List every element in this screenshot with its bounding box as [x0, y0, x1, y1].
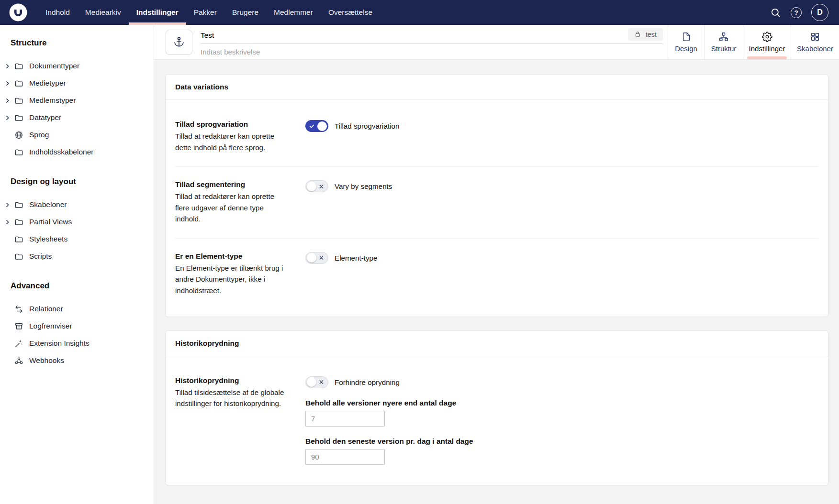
sidebar-item-label: Relationer — [29, 305, 63, 313]
folder-icon — [14, 148, 24, 157]
archive-icon — [14, 322, 24, 331]
toggle-label: Element-type — [335, 254, 377, 262]
name-input[interactable] — [201, 30, 628, 41]
tab-struktur[interactable]: Struktur — [704, 25, 743, 59]
blocks-icon — [810, 32, 820, 42]
lock-icon — [634, 31, 641, 38]
sidebar-item-label: Medietyper — [29, 79, 66, 88]
nav-item-indhold[interactable]: Indhold — [38, 0, 78, 25]
sidebar-item-label: Stylesheets — [29, 235, 67, 243]
sidebar-item-label: Dokumenttyper — [29, 62, 79, 70]
check-icon — [309, 123, 314, 129]
property-row-sprogvariation: Tillad sprogvariation Tillad at redaktør… — [175, 107, 818, 166]
toggle-knob — [307, 182, 316, 191]
chevron-right-icon[interactable] — [4, 63, 11, 69]
property-description: Tillad at redaktører kan oprette dette i… — [175, 131, 286, 153]
document-icon — [681, 32, 692, 42]
sidebar-item-label: Datatyper — [29, 113, 61, 122]
toggle-knob — [307, 377, 316, 387]
chevron-right-icon[interactable] — [4, 80, 11, 87]
nav-item-indstillinger[interactable]: Indstillinger — [129, 0, 186, 25]
anchor-icon — [173, 36, 185, 48]
nav-sections: Indhold Mediearkiv Indstillinger Pakker … — [38, 0, 380, 25]
property-description: En Element-type er tiltænkt brug i andre… — [175, 263, 286, 296]
sidebar-item-medlemstyper[interactable]: Medlemstyper — [0, 92, 154, 109]
toggle-forhindre-oprydning[interactable] — [305, 376, 328, 388]
wand-icon — [14, 339, 24, 348]
card-data-variations: Data variations Tillad sprogvariation Ti… — [165, 74, 828, 317]
document-type-icon-button[interactable] — [166, 30, 192, 55]
sidebar-item-partial-views[interactable]: Partial Views — [0, 213, 154, 230]
search-icon[interactable] — [770, 7, 781, 18]
sidebar-item-extension-insights[interactable]: Extension Insights — [0, 335, 154, 352]
property-row-historikoprydning: Historikoprydning Tillad tilsidesættelse… — [175, 363, 818, 478]
chevron-right-icon[interactable] — [4, 219, 11, 225]
card-title: Historikoprydning — [166, 331, 828, 356]
property-row-segmentering: Tillad segmentering Tillad at redaktører… — [175, 166, 818, 238]
sidebar-item-datatyper[interactable]: Datatyper — [0, 109, 154, 126]
folder-icon — [14, 218, 24, 227]
sidebar-item-indholdsskabeloner[interactable]: Indholdsskabeloner — [0, 143, 154, 161]
folder-icon — [14, 235, 24, 244]
sidebar-item-stylesheets[interactable]: Stylesheets — [0, 230, 154, 248]
nav-item-mediearkiv[interactable]: Mediearkiv — [78, 0, 129, 25]
folder-icon — [14, 252, 24, 261]
sidebar-item-label: Indholdsskabeloner — [29, 148, 93, 156]
nav-right-actions: ? D — [770, 4, 839, 21]
tab-indstillinger[interactable]: Indstillinger — [743, 25, 791, 59]
settings-tree-sidebar: Structure Dokumenttyper Medietyper Medle… — [0, 25, 154, 504]
sidebar-item-label: Medlemstyper — [29, 96, 76, 105]
field-keep-all-versions: Behold alle versioner nyere end antal da… — [305, 399, 818, 427]
property-label: Tillad sprogvariation — [175, 120, 286, 129]
workspace-tabs: Design Struktur — [668, 25, 839, 59]
toggle-sprogvariation[interactable] — [305, 120, 328, 132]
chevron-right-icon[interactable] — [4, 98, 11, 104]
toggle-element-type[interactable] — [305, 252, 328, 264]
umbraco-logo-icon[interactable] — [9, 3, 27, 22]
folder-icon — [14, 200, 24, 209]
sidebar-item-dokumenttyper[interactable]: Dokumenttyper — [0, 57, 154, 75]
sidebar-item-label: Scripts — [29, 252, 52, 261]
chevron-right-icon[interactable] — [4, 202, 11, 208]
sidebar-item-label: Webhooks — [29, 356, 64, 365]
keep-versions-days-input[interactable] — [305, 411, 385, 427]
alias-badge[interactable]: test — [628, 28, 663, 41]
folder-icon — [14, 79, 24, 88]
sidebar-item-scripts[interactable]: Scripts — [0, 248, 154, 265]
folder-icon — [14, 96, 24, 105]
sidebar-item-label: Skabeloner — [29, 200, 67, 209]
nav-item-oversaettelse[interactable]: Oversættelse — [321, 0, 380, 25]
toggle-knob — [307, 253, 316, 263]
keep-latest-version-days-input[interactable] — [305, 449, 385, 465]
chevron-right-icon[interactable] — [4, 115, 11, 121]
tab-skabeloner[interactable]: Skabeloner — [791, 25, 839, 59]
folder-icon — [14, 62, 24, 71]
sidebar-item-webhooks[interactable]: Webhooks — [0, 352, 154, 369]
property-label: Historikoprydning — [175, 376, 286, 385]
tab-label: Skabeloner — [797, 44, 833, 53]
tab-label: Design — [675, 44, 697, 53]
sidebar-item-medietyper[interactable]: Medietyper — [0, 75, 154, 92]
user-avatar[interactable]: D — [811, 4, 828, 21]
property-row-element-type: Er en Element-type En Element-type er ti… — [175, 238, 818, 310]
sidebar-item-label: Partial Views — [29, 218, 72, 226]
nav-item-pakker[interactable]: Pakker — [186, 0, 224, 25]
help-icon[interactable]: ? — [791, 7, 802, 18]
alias-text: test — [646, 31, 657, 38]
sidebar-section-title: Advanced — [11, 281, 154, 291]
sidebar-item-skabeloner[interactable]: Skabeloner — [0, 196, 154, 213]
gear-icon — [762, 32, 772, 42]
swap-arrows-icon — [14, 305, 24, 314]
sidebar-item-sprog[interactable]: Sprog — [0, 126, 154, 143]
sidebar-item-relationer[interactable]: Relationer — [0, 300, 154, 318]
card-historikoprydning: Historikoprydning Historikoprydning Till… — [165, 330, 828, 485]
folder-icon — [14, 113, 24, 122]
nav-item-brugere[interactable]: Brugere — [224, 0, 266, 25]
sidebar-item-logfremviser[interactable]: Logfremviser — [0, 318, 154, 335]
description-input[interactable] — [201, 44, 663, 56]
sidebar-section-title: Design og layout — [11, 177, 154, 186]
card-title: Data variations — [166, 75, 828, 100]
toggle-segmentering[interactable] — [305, 180, 328, 192]
nav-item-medlemmer[interactable]: Medlemmer — [266, 0, 321, 25]
tab-design[interactable]: Design — [668, 25, 704, 59]
